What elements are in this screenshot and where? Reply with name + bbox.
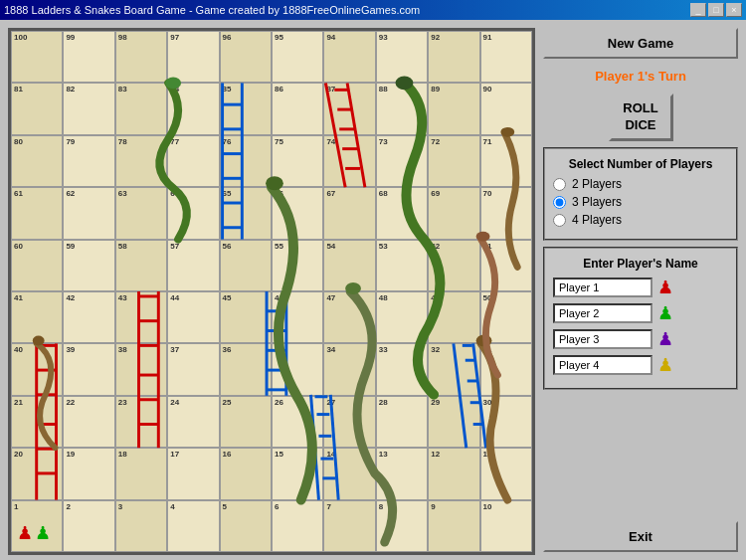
board-cell: 45 xyxy=(220,291,272,343)
board-cell: 38 xyxy=(115,343,167,395)
board-cell: 41 xyxy=(11,291,63,343)
board-cell: 2 xyxy=(63,500,114,552)
board-cell: 53 xyxy=(376,240,428,291)
maximize-button[interactable]: □ xyxy=(708,3,724,17)
board-cell: 97 xyxy=(167,31,219,83)
board-cell: 99 xyxy=(63,31,114,83)
board-cell: 29 xyxy=(428,396,479,448)
radio-2players-input[interactable] xyxy=(553,178,566,191)
board-cell: 15 xyxy=(272,448,323,499)
title-text: 1888 Ladders & Snakes Board Game - Game … xyxy=(4,4,420,16)
board-cell: 60 xyxy=(11,240,63,291)
board-cell: 37 xyxy=(167,343,219,395)
player3-input[interactable] xyxy=(553,329,653,349)
board-cell: 77 xyxy=(167,135,219,187)
board-cell: 6 xyxy=(272,500,323,552)
board-cell: 55 xyxy=(272,240,323,291)
player2-icon: ♟ xyxy=(656,302,674,324)
board-cell: 39 xyxy=(63,343,114,395)
board-cell: 69 xyxy=(428,187,479,239)
board-cell: 28 xyxy=(376,396,428,448)
board-cell: 81 xyxy=(11,83,63,134)
player1-piece: ♟ xyxy=(17,522,33,544)
board-cell: 70 xyxy=(480,187,532,239)
board-cell: 40 xyxy=(11,343,63,395)
board-cell: 83 xyxy=(115,83,167,134)
board-cell: 58 xyxy=(115,240,167,291)
board-cell: 46 xyxy=(272,291,323,343)
window-controls[interactable]: _ □ × xyxy=(690,3,742,17)
board-cell: 25 xyxy=(220,396,272,448)
title-bar: 1888 Ladders & Snakes Board Game - Game … xyxy=(0,0,746,20)
board-cell: 72 xyxy=(428,135,479,187)
board-cell: 11 xyxy=(480,448,532,499)
board-cell: 63 xyxy=(115,187,167,239)
board-cell: 5 xyxy=(220,500,272,552)
new-game-button[interactable]: New Game xyxy=(543,28,738,59)
board-cell: 49 xyxy=(428,291,479,343)
board-cell: 85 xyxy=(220,83,272,134)
player-names-title: Enter Player's Name xyxy=(553,257,728,271)
player2-piece: ♟ xyxy=(35,522,51,544)
board-cell: 17 xyxy=(167,448,219,499)
board-grid-container: 1009998979695949392918182838485868788899… xyxy=(11,31,532,552)
radio-2players[interactable]: 2 Players xyxy=(553,177,728,191)
board-cell: 34 xyxy=(323,343,375,395)
board-cell: 76 xyxy=(220,135,272,187)
board-cell: 84 xyxy=(167,83,219,134)
num-players-section: Select Number of Players 2 Players 3 Pla… xyxy=(543,147,738,241)
board-cell: 50 xyxy=(480,291,532,343)
board-cell: 52 xyxy=(428,240,479,291)
board-cell: 87 xyxy=(323,83,375,134)
board-cell: 13 xyxy=(376,448,428,499)
player2-input[interactable] xyxy=(553,303,653,323)
player4-input[interactable] xyxy=(553,355,653,375)
board-cell: 79 xyxy=(63,135,114,187)
minimize-button[interactable]: _ xyxy=(690,3,706,17)
board-cell: 90 xyxy=(480,83,532,134)
board-cell: 68 xyxy=(376,187,428,239)
board-cell: 18 xyxy=(115,448,167,499)
board-cell: 91 xyxy=(480,31,532,83)
board-cell: 21 xyxy=(11,396,63,448)
right-panel: New Game Player 1's Turn ROLLDICE Select… xyxy=(543,28,738,552)
board-cell: 3 xyxy=(115,500,167,552)
player1-row: ♟ xyxy=(553,277,728,298)
player4-row: ♟ xyxy=(553,354,728,376)
board-cell: 42 xyxy=(63,291,114,343)
player3-icon: ♟ xyxy=(656,328,674,350)
radio-4players[interactable]: 4 Players xyxy=(553,213,728,227)
board-cell: 22 xyxy=(63,396,114,448)
main-content: 1009998979695949392918182838485868788899… xyxy=(0,20,746,560)
board-cell: 23 xyxy=(115,396,167,448)
board-cell: 66 xyxy=(272,187,323,239)
board-cell: 89 xyxy=(428,83,479,134)
board-cell: 95 xyxy=(272,31,323,83)
board-cell: 65 xyxy=(220,187,272,239)
board-cell: 19 xyxy=(63,448,114,499)
radio-3players-label: 3 Players xyxy=(572,195,622,209)
board-cell: 54 xyxy=(323,240,375,291)
board-cell: 82 xyxy=(63,83,114,134)
board-cell: 44 xyxy=(167,291,219,343)
roll-dice-button[interactable]: ROLLDICE xyxy=(609,93,673,141)
player1-input[interactable] xyxy=(553,278,653,297)
radio-4players-input[interactable] xyxy=(553,214,566,227)
board-cell: 20 xyxy=(11,448,63,499)
board-grid: 1009998979695949392918182838485868788899… xyxy=(11,31,532,552)
board-cell: 78 xyxy=(115,135,167,187)
board-cell: 36 xyxy=(220,343,272,395)
board-cell: 61 xyxy=(11,187,63,239)
board-cell: 10 xyxy=(480,500,532,552)
radio-3players[interactable]: 3 Players xyxy=(553,195,728,209)
board-cell: 88 xyxy=(376,83,428,134)
close-button[interactable]: × xyxy=(726,3,742,17)
board-cell: 75 xyxy=(272,135,323,187)
board-cell: 4 xyxy=(167,500,219,552)
board-cell: 43 xyxy=(115,291,167,343)
player1-icon: ♟ xyxy=(656,277,674,298)
board-cell: 9 xyxy=(428,500,479,552)
radio-3players-input[interactable] xyxy=(553,196,566,209)
player4-icon: ♟ xyxy=(656,354,674,376)
exit-button[interactable]: Exit xyxy=(543,521,738,552)
